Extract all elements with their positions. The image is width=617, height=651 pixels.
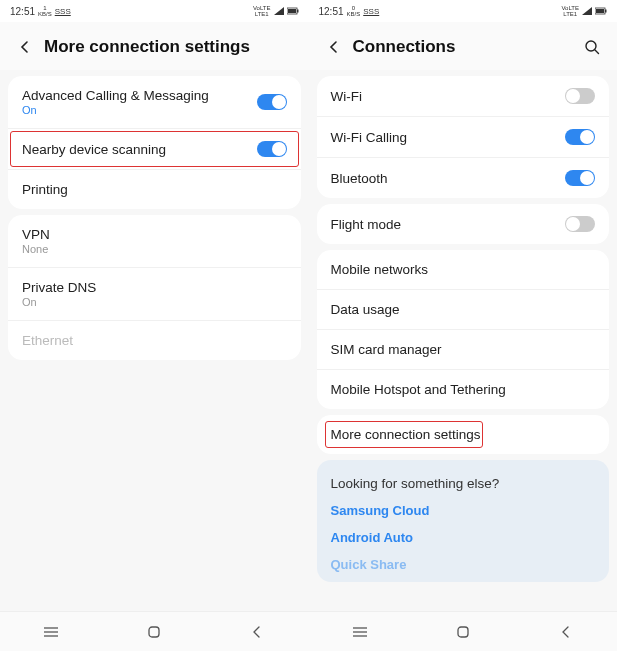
row-flight-mode[interactable]: Flight mode	[317, 204, 610, 244]
svg-rect-6	[149, 627, 159, 637]
nav-home[interactable]	[142, 620, 166, 644]
status-sss: SSS	[363, 7, 379, 16]
row-title: Private DNS	[22, 280, 287, 295]
row-title: Nearby device scanning	[22, 142, 257, 157]
status-bar: 12:51 0 KB/S SSS VoLTE LTE1	[309, 0, 618, 22]
row-title: Advanced Calling & Messaging	[22, 88, 257, 103]
page-title: Connections	[353, 37, 582, 57]
svg-line-11	[595, 50, 599, 54]
row-sim-card-manager[interactable]: SIM card manager	[317, 329, 610, 369]
link-android-auto[interactable]: Android Auto	[317, 524, 610, 551]
row-mobile-networks[interactable]: Mobile networks	[317, 250, 610, 289]
status-bar: 12:51 1 KB/S SSS VoLTE LTE1	[0, 0, 309, 22]
battery-icon	[595, 6, 607, 17]
nav-recent[interactable]	[348, 620, 372, 644]
looking-for-title: Looking for something else?	[317, 464, 610, 497]
svg-rect-15	[458, 627, 468, 637]
card-connections-4: More connection settings	[317, 415, 610, 454]
row-title: Data usage	[331, 302, 596, 317]
row-title: More connection settings	[331, 427, 596, 442]
svg-rect-1	[297, 9, 299, 12]
row-private-dns[interactable]: Private DNS On	[8, 267, 301, 320]
navbar	[0, 611, 309, 651]
nav-back[interactable]	[554, 620, 578, 644]
toggle-wifi[interactable]	[565, 88, 595, 104]
svg-rect-8	[605, 9, 607, 12]
row-wifi[interactable]: Wi-Fi	[317, 76, 610, 116]
row-vpn[interactable]: VPN None	[8, 215, 301, 267]
row-title: Flight mode	[331, 217, 566, 232]
row-printing[interactable]: Printing	[8, 169, 301, 209]
navbar	[309, 611, 618, 651]
card-connections-3: Mobile networks Data usage SIM card mana…	[317, 250, 610, 409]
phone-right: 12:51 0 KB/S SSS VoLTE LTE1 Connections	[309, 0, 618, 651]
header: More connection settings	[0, 22, 309, 70]
toggle-nearby-device-scanning[interactable]	[257, 141, 287, 157]
row-title: Mobile networks	[331, 262, 596, 277]
header: Connections	[309, 22, 618, 70]
status-time: 12:51	[10, 6, 35, 17]
nav-recent[interactable]	[39, 620, 63, 644]
row-title: Wi-Fi Calling	[331, 130, 566, 145]
card-looking-for: Looking for something else? Samsung Clou…	[317, 460, 610, 582]
row-data-usage[interactable]: Data usage	[317, 289, 610, 329]
row-title: Printing	[22, 182, 287, 197]
row-hotspot-tethering[interactable]: Mobile Hotspot and Tethering	[317, 369, 610, 409]
toggle-bluetooth[interactable]	[565, 170, 595, 186]
toggle-flight-mode[interactable]	[565, 216, 595, 232]
row-title: Wi-Fi	[331, 89, 566, 104]
row-title: Mobile Hotspot and Tethering	[331, 382, 596, 397]
link-quick-share[interactable]: Quick Share	[317, 551, 610, 578]
svg-rect-2	[288, 9, 296, 13]
row-sub: On	[22, 104, 257, 116]
status-time: 12:51	[319, 6, 344, 17]
row-sub: On	[22, 296, 287, 308]
row-title: Ethernet	[22, 333, 287, 348]
row-ethernet: Ethernet	[8, 320, 301, 360]
row-more-connection-settings[interactable]: More connection settings	[317, 415, 610, 454]
signal-icon	[582, 6, 592, 17]
status-net-speed: 1 KB/S	[38, 5, 52, 17]
signal-icon	[274, 6, 284, 17]
nav-back[interactable]	[245, 620, 269, 644]
nav-home[interactable]	[451, 620, 475, 644]
battery-icon	[287, 6, 299, 17]
card-connection-settings-1: Advanced Calling & Messaging On Nearby d…	[8, 76, 301, 209]
back-button[interactable]	[323, 36, 345, 58]
back-button[interactable]	[14, 36, 36, 58]
phone-left: 12:51 1 KB/S SSS VoLTE LTE1 More connect…	[0, 0, 309, 651]
row-sub: None	[22, 243, 287, 255]
card-connection-settings-2: VPN None Private DNS On Ethernet	[8, 215, 301, 360]
status-sss: SSS	[55, 7, 71, 16]
svg-point-10	[586, 41, 596, 51]
row-title: Bluetooth	[331, 171, 566, 186]
row-title: SIM card manager	[331, 342, 596, 357]
svg-rect-9	[596, 9, 604, 13]
status-volte: VoLTE LTE1	[561, 5, 579, 17]
row-wifi-calling[interactable]: Wi-Fi Calling	[317, 116, 610, 157]
status-net-speed: 0 KB/S	[347, 5, 361, 17]
status-volte: VoLTE LTE1	[253, 5, 271, 17]
card-connections-1: Wi-Fi Wi-Fi Calling Bluetooth	[317, 76, 610, 198]
row-title: VPN	[22, 227, 287, 242]
toggle-advanced-calling[interactable]	[257, 94, 287, 110]
page-title: More connection settings	[44, 37, 295, 57]
search-button[interactable]	[581, 36, 603, 58]
card-connections-2: Flight mode	[317, 204, 610, 244]
row-advanced-calling[interactable]: Advanced Calling & Messaging On	[8, 76, 301, 128]
row-bluetooth[interactable]: Bluetooth	[317, 157, 610, 198]
row-nearby-device-scanning[interactable]: Nearby device scanning	[8, 128, 301, 169]
toggle-wifi-calling[interactable]	[565, 129, 595, 145]
link-samsung-cloud[interactable]: Samsung Cloud	[317, 497, 610, 524]
